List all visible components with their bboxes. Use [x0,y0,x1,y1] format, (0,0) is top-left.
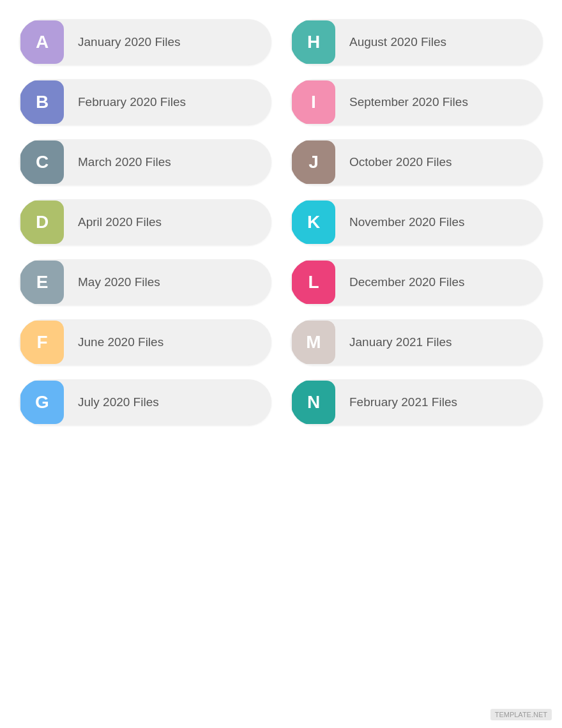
item-l-badge: L [292,261,335,304]
item-n-label: February 2021 Files [337,395,543,409]
item-c-badge: C [20,140,64,184]
item-m-label: January 2021 Files [337,335,543,349]
item-b[interactable]: BFebruary 2020 Files [19,79,271,125]
item-n[interactable]: NFebruary 2021 Files [291,379,543,425]
item-i[interactable]: ISeptember 2020 Files [291,79,543,125]
file-grid: AJanuary 2020 FilesHAugust 2020 FilesBFe… [19,19,543,425]
item-a-badge: A [20,20,64,64]
item-e-label: May 2020 Files [65,275,271,289]
item-k-badge: K [292,201,335,244]
item-i-badge: I [292,80,335,124]
item-n-badge: N [292,381,335,424]
item-l-label: December 2020 Files [337,275,543,289]
item-f[interactable]: FJune 2020 Files [19,319,271,365]
item-i-label: September 2020 Files [337,95,543,109]
item-b-label: February 2020 Files [65,95,271,109]
item-k[interactable]: KNovember 2020 Files [291,199,543,245]
item-e-badge: E [20,261,64,304]
item-h-badge: H [292,20,335,64]
item-d-badge: D [20,201,64,244]
item-j-label: October 2020 Files [337,155,543,169]
item-g-label: July 2020 Files [65,395,271,409]
item-m[interactable]: MJanuary 2021 Files [291,319,543,365]
watermark: TEMPLATE.NET [490,709,552,720]
item-f-badge: F [20,321,64,364]
item-d[interactable]: DApril 2020 Files [19,199,271,245]
item-k-label: November 2020 Files [337,215,543,229]
item-j[interactable]: JOctober 2020 Files [291,139,543,185]
item-d-label: April 2020 Files [65,215,271,229]
item-a-label: January 2020 Files [65,35,271,49]
item-c[interactable]: CMarch 2020 Files [19,139,271,185]
item-m-badge: M [292,321,335,364]
item-j-badge: J [292,140,335,184]
item-a[interactable]: AJanuary 2020 Files [19,19,271,65]
item-l[interactable]: LDecember 2020 Files [291,259,543,305]
item-c-label: March 2020 Files [65,155,271,169]
item-h-label: August 2020 Files [337,35,543,49]
item-h[interactable]: HAugust 2020 Files [291,19,543,65]
item-g[interactable]: GJuly 2020 Files [19,379,271,425]
item-f-label: June 2020 Files [65,335,271,349]
item-b-badge: B [20,80,64,124]
item-g-badge: G [20,381,64,424]
item-e[interactable]: EMay 2020 Files [19,259,271,305]
